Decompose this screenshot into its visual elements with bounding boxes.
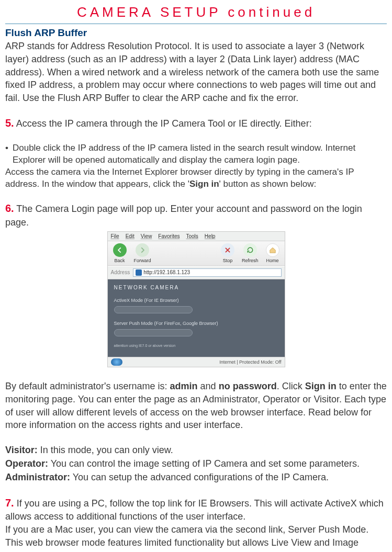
stop-label: Stop — [223, 258, 233, 263]
alt-access-paragraph: Access the camera via the Internet Explo… — [5, 166, 387, 190]
step-5: 5. Access the IP camera through the IP C… — [5, 116, 387, 131]
menu-view[interactable]: View — [141, 233, 152, 239]
default-credentials-paragraph: By default administrator's username is: … — [5, 380, 387, 432]
mode-activex-label: ActiveX Mode (For IE Browser) — [114, 298, 278, 303]
mode-activex-signin-button[interactable] — [114, 306, 193, 313]
camera-login-page: NETWORK CAMERA ActiveX Mode (For IE Brow… — [108, 279, 285, 357]
default-pre: By default administrator's username is: — [5, 381, 170, 391]
step-7: 7. If you are using a PC, follow the top… — [5, 496, 387, 523]
status-text: Internet | Protected Mode: Off — [219, 359, 281, 365]
forward-label: Forward — [134, 258, 151, 263]
role-visitor: Visitor: In this mode, you can only view… — [5, 443, 387, 457]
login-screenshot-wrap: File Edit View Favorites Tools Help Back… — [5, 231, 387, 367]
default-admin-bold: admin — [170, 381, 198, 391]
menu-tools[interactable]: Tools — [186, 233, 198, 239]
ie-page-icon — [136, 269, 142, 276]
alt-access-signin-bold: Sign in — [189, 179, 219, 189]
default-and: and — [198, 381, 219, 391]
forward-arrow-icon — [136, 243, 149, 257]
menu-edit[interactable]: Edit — [126, 233, 135, 239]
login-screenshot: File Edit View Favorites Tools Help Back… — [107, 231, 285, 367]
role-operator-label: Operator: — [5, 458, 48, 469]
camera-page-heading: NETWORK CAMERA — [114, 285, 278, 290]
default-nopassword-bold: no password — [219, 381, 277, 391]
step-5-text: Access the IP camera through the IP Came… — [14, 118, 312, 129]
browser-toolbar: Back Forward Stop Refresh — [108, 241, 285, 266]
menu-help[interactable]: Help — [205, 233, 216, 239]
address-value: http://192.168.1.123 — [143, 269, 190, 275]
role-administrator-text: You can setup the advanced configuration… — [70, 472, 329, 482]
step-6: 6. The Camera Login page will pop up. En… — [5, 201, 387, 229]
bullet-dot-icon: • — [5, 142, 8, 166]
address-input[interactable]: http://192.168.1.123 — [133, 268, 281, 277]
refresh-label: Refresh — [242, 258, 259, 263]
flush-arp-heading: Flush ARP Buffer — [5, 27, 387, 39]
back-button[interactable]: Back — [113, 243, 127, 263]
refresh-icon — [243, 243, 257, 257]
flush-arp-paragraph: ARP stands for Address Resolution Protoc… — [5, 40, 387, 105]
menu-file[interactable]: File — [111, 233, 119, 239]
home-button[interactable]: Home — [266, 243, 279, 263]
role-operator: Operator: You can control the image sett… — [5, 457, 387, 470]
stop-button[interactable]: Stop — [221, 243, 234, 263]
step-7-mac: If you are a Mac user, you can view the … — [5, 523, 387, 552]
step-5-number: 5. — [5, 117, 14, 129]
back-label: Back — [114, 258, 125, 263]
step-7-number: 7. — [5, 497, 14, 509]
bullet-text: Double click the IP address of the IP ca… — [13, 142, 387, 166]
default-signin-bold: Sign in — [305, 381, 337, 391]
page-title: CAMERA SETUP continued — [5, 4, 387, 20]
home-label: Home — [266, 258, 278, 263]
home-icon — [266, 243, 279, 257]
role-operator-text: You can control the image setting of IP … — [48, 458, 360, 469]
stop-icon — [221, 243, 234, 257]
address-label: Address — [111, 269, 130, 275]
back-arrow-icon — [113, 243, 127, 257]
alt-access-post: ' button as shown below: — [219, 179, 317, 189]
browser-status-bar: Internet | Protected Mode: Off — [108, 357, 285, 367]
camera-page-note: attention using IE7.0 or above version — [114, 344, 278, 347]
mode-serverpush-label: Server Push Mode (For FireFox, Google Br… — [114, 321, 278, 326]
role-administrator-label: Administrator: — [5, 472, 70, 482]
step-6-text: The Camera Login page will pop up. Enter… — [5, 204, 362, 228]
menu-favorites[interactable]: Favorites — [158, 233, 180, 239]
address-bar: Address http://192.168.1.123 — [108, 266, 285, 279]
browser-menu-bar: File Edit View Favorites Tools Help — [108, 232, 285, 241]
step-6-number: 6. — [5, 202, 14, 214]
start-orb-icon[interactable] — [111, 358, 122, 366]
role-visitor-text: In this mode, you can only view. — [38, 445, 173, 455]
bullet-item: • Double click the IP address of the IP … — [5, 142, 387, 166]
role-visitor-label: Visitor: — [5, 445, 38, 455]
mode-serverpush-signin-button[interactable] — [114, 329, 193, 336]
role-administrator: Administrator: You can setup the advance… — [5, 470, 387, 484]
refresh-button[interactable]: Refresh — [242, 243, 259, 263]
step-7-text: If you are using a PC, follow the top li… — [5, 498, 384, 522]
forward-button[interactable]: Forward — [134, 243, 151, 263]
default-click: . Click — [277, 381, 305, 391]
title-divider — [5, 24, 387, 24]
